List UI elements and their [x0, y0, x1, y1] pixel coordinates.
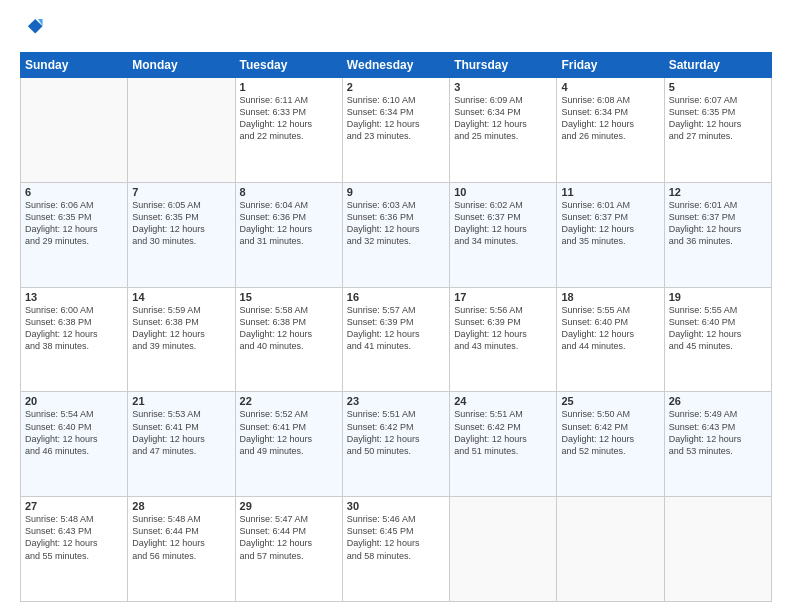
day-info: Sunrise: 5:51 AM Sunset: 6:42 PM Dayligh…: [454, 408, 552, 457]
calendar-cell: [450, 497, 557, 602]
day-number: 5: [669, 81, 767, 93]
day-number: 7: [132, 186, 230, 198]
day-number: 1: [240, 81, 338, 93]
day-info: Sunrise: 6:11 AM Sunset: 6:33 PM Dayligh…: [240, 94, 338, 143]
weekday-header-monday: Monday: [128, 53, 235, 78]
weekday-header-sunday: Sunday: [21, 53, 128, 78]
day-info: Sunrise: 5:53 AM Sunset: 6:41 PM Dayligh…: [132, 408, 230, 457]
calendar-cell: 3Sunrise: 6:09 AM Sunset: 6:34 PM Daylig…: [450, 78, 557, 183]
day-number: 15: [240, 291, 338, 303]
day-number: 17: [454, 291, 552, 303]
calendar-row: 1Sunrise: 6:11 AM Sunset: 6:33 PM Daylig…: [21, 78, 772, 183]
calendar-row: 20Sunrise: 5:54 AM Sunset: 6:40 PM Dayli…: [21, 392, 772, 497]
calendar-cell: [21, 78, 128, 183]
day-info: Sunrise: 5:46 AM Sunset: 6:45 PM Dayligh…: [347, 513, 445, 562]
calendar-cell: 22Sunrise: 5:52 AM Sunset: 6:41 PM Dayli…: [235, 392, 342, 497]
day-info: Sunrise: 5:58 AM Sunset: 6:38 PM Dayligh…: [240, 304, 338, 353]
day-info: Sunrise: 5:57 AM Sunset: 6:39 PM Dayligh…: [347, 304, 445, 353]
day-number: 9: [347, 186, 445, 198]
calendar-cell: 16Sunrise: 5:57 AM Sunset: 6:39 PM Dayli…: [342, 287, 449, 392]
day-info: Sunrise: 5:48 AM Sunset: 6:44 PM Dayligh…: [132, 513, 230, 562]
calendar-cell: 10Sunrise: 6:02 AM Sunset: 6:37 PM Dayli…: [450, 182, 557, 287]
page: SundayMondayTuesdayWednesdayThursdayFrid…: [0, 0, 792, 612]
calendar-cell: 4Sunrise: 6:08 AM Sunset: 6:34 PM Daylig…: [557, 78, 664, 183]
day-info: Sunrise: 6:05 AM Sunset: 6:35 PM Dayligh…: [132, 199, 230, 248]
day-number: 25: [561, 395, 659, 407]
day-info: Sunrise: 6:08 AM Sunset: 6:34 PM Dayligh…: [561, 94, 659, 143]
day-info: Sunrise: 5:55 AM Sunset: 6:40 PM Dayligh…: [561, 304, 659, 353]
day-number: 6: [25, 186, 123, 198]
calendar-cell: 8Sunrise: 6:04 AM Sunset: 6:36 PM Daylig…: [235, 182, 342, 287]
calendar-cell: 24Sunrise: 5:51 AM Sunset: 6:42 PM Dayli…: [450, 392, 557, 497]
logo: [20, 16, 46, 42]
weekday-header-saturday: Saturday: [664, 53, 771, 78]
day-number: 11: [561, 186, 659, 198]
day-info: Sunrise: 6:06 AM Sunset: 6:35 PM Dayligh…: [25, 199, 123, 248]
day-number: 29: [240, 500, 338, 512]
day-info: Sunrise: 5:47 AM Sunset: 6:44 PM Dayligh…: [240, 513, 338, 562]
calendar-cell: 2Sunrise: 6:10 AM Sunset: 6:34 PM Daylig…: [342, 78, 449, 183]
calendar-cell: 21Sunrise: 5:53 AM Sunset: 6:41 PM Dayli…: [128, 392, 235, 497]
weekday-header-wednesday: Wednesday: [342, 53, 449, 78]
logo-icon: [22, 16, 44, 38]
calendar-cell: 23Sunrise: 5:51 AM Sunset: 6:42 PM Dayli…: [342, 392, 449, 497]
day-number: 27: [25, 500, 123, 512]
calendar-cell: 7Sunrise: 6:05 AM Sunset: 6:35 PM Daylig…: [128, 182, 235, 287]
calendar-cell: [664, 497, 771, 602]
calendar-cell: 5Sunrise: 6:07 AM Sunset: 6:35 PM Daylig…: [664, 78, 771, 183]
day-info: Sunrise: 5:59 AM Sunset: 6:38 PM Dayligh…: [132, 304, 230, 353]
day-number: 8: [240, 186, 338, 198]
weekday-header-tuesday: Tuesday: [235, 53, 342, 78]
day-number: 18: [561, 291, 659, 303]
day-info: Sunrise: 6:07 AM Sunset: 6:35 PM Dayligh…: [669, 94, 767, 143]
calendar-row: 13Sunrise: 6:00 AM Sunset: 6:38 PM Dayli…: [21, 287, 772, 392]
header: [20, 16, 772, 42]
day-info: Sunrise: 6:01 AM Sunset: 6:37 PM Dayligh…: [561, 199, 659, 248]
calendar-cell: 26Sunrise: 5:49 AM Sunset: 6:43 PM Dayli…: [664, 392, 771, 497]
day-info: Sunrise: 5:50 AM Sunset: 6:42 PM Dayligh…: [561, 408, 659, 457]
day-number: 16: [347, 291, 445, 303]
calendar-cell: 9Sunrise: 6:03 AM Sunset: 6:36 PM Daylig…: [342, 182, 449, 287]
calendar-cell: 1Sunrise: 6:11 AM Sunset: 6:33 PM Daylig…: [235, 78, 342, 183]
calendar-cell: 27Sunrise: 5:48 AM Sunset: 6:43 PM Dayli…: [21, 497, 128, 602]
calendar-cell: 12Sunrise: 6:01 AM Sunset: 6:37 PM Dayli…: [664, 182, 771, 287]
weekday-header-row: SundayMondayTuesdayWednesdayThursdayFrid…: [21, 53, 772, 78]
calendar-cell: 13Sunrise: 6:00 AM Sunset: 6:38 PM Dayli…: [21, 287, 128, 392]
calendar-cell: [128, 78, 235, 183]
day-info: Sunrise: 6:03 AM Sunset: 6:36 PM Dayligh…: [347, 199, 445, 248]
day-info: Sunrise: 6:04 AM Sunset: 6:36 PM Dayligh…: [240, 199, 338, 248]
day-number: 19: [669, 291, 767, 303]
calendar-cell: 17Sunrise: 5:56 AM Sunset: 6:39 PM Dayli…: [450, 287, 557, 392]
calendar-cell: 28Sunrise: 5:48 AM Sunset: 6:44 PM Dayli…: [128, 497, 235, 602]
day-number: 28: [132, 500, 230, 512]
weekday-header-friday: Friday: [557, 53, 664, 78]
day-info: Sunrise: 5:56 AM Sunset: 6:39 PM Dayligh…: [454, 304, 552, 353]
day-info: Sunrise: 5:54 AM Sunset: 6:40 PM Dayligh…: [25, 408, 123, 457]
calendar-cell: [557, 497, 664, 602]
calendar-cell: 14Sunrise: 5:59 AM Sunset: 6:38 PM Dayli…: [128, 287, 235, 392]
calendar-cell: 19Sunrise: 5:55 AM Sunset: 6:40 PM Dayli…: [664, 287, 771, 392]
day-number: 24: [454, 395, 552, 407]
day-info: Sunrise: 5:52 AM Sunset: 6:41 PM Dayligh…: [240, 408, 338, 457]
weekday-header-thursday: Thursday: [450, 53, 557, 78]
day-number: 10: [454, 186, 552, 198]
calendar-cell: 6Sunrise: 6:06 AM Sunset: 6:35 PM Daylig…: [21, 182, 128, 287]
calendar-cell: 20Sunrise: 5:54 AM Sunset: 6:40 PM Dayli…: [21, 392, 128, 497]
calendar-cell: 25Sunrise: 5:50 AM Sunset: 6:42 PM Dayli…: [557, 392, 664, 497]
day-info: Sunrise: 5:55 AM Sunset: 6:40 PM Dayligh…: [669, 304, 767, 353]
calendar-cell: 29Sunrise: 5:47 AM Sunset: 6:44 PM Dayli…: [235, 497, 342, 602]
day-number: 21: [132, 395, 230, 407]
calendar-row: 27Sunrise: 5:48 AM Sunset: 6:43 PM Dayli…: [21, 497, 772, 602]
day-number: 30: [347, 500, 445, 512]
calendar-row: 6Sunrise: 6:06 AM Sunset: 6:35 PM Daylig…: [21, 182, 772, 287]
calendar-cell: 15Sunrise: 5:58 AM Sunset: 6:38 PM Dayli…: [235, 287, 342, 392]
day-number: 12: [669, 186, 767, 198]
day-number: 26: [669, 395, 767, 407]
day-number: 20: [25, 395, 123, 407]
calendar-cell: 11Sunrise: 6:01 AM Sunset: 6:37 PM Dayli…: [557, 182, 664, 287]
day-number: 23: [347, 395, 445, 407]
day-info: Sunrise: 5:51 AM Sunset: 6:42 PM Dayligh…: [347, 408, 445, 457]
day-number: 4: [561, 81, 659, 93]
day-info: Sunrise: 5:49 AM Sunset: 6:43 PM Dayligh…: [669, 408, 767, 457]
day-info: Sunrise: 5:48 AM Sunset: 6:43 PM Dayligh…: [25, 513, 123, 562]
